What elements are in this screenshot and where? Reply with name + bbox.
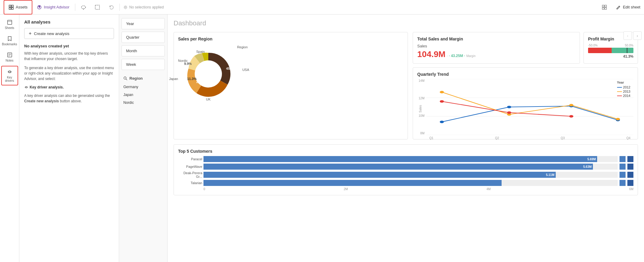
svg-line-21 [126, 79, 127, 80]
undo-button[interactable] [104, 0, 118, 14]
legend-2013-label: 2013 [623, 90, 630, 93]
donut-labels: Region USA UK Japan Nordic Spain 45.5% 2… [178, 44, 239, 104]
nav-separator [75, 4, 75, 11]
dash-row2: Top 5 Customers Paracel 5.69M [174, 144, 638, 195]
filter-week[interactable]: Week [122, 59, 165, 70]
pagewave-track: 5.63M [203, 164, 618, 170]
svg-point-33 [569, 104, 574, 106]
lasso-button[interactable] [76, 0, 90, 14]
filters-panel: Year Quarter Month Week Region Germany J… [119, 14, 168, 262]
top-nav: Assets Insight Advisor [0, 0, 644, 14]
sales-value: 104.9M [417, 50, 445, 59]
dash-row1: Sales per Region [174, 32, 638, 139]
insight-icon [37, 5, 42, 10]
svg-point-37 [569, 115, 574, 117]
bar-paracel: Paracel 5.69M [178, 156, 633, 162]
create-ref-text: A key driver analysis can also be genera… [24, 93, 114, 104]
sheets-label: Sheets [5, 26, 14, 30]
create-analysis-button[interactable]: + Create new analysis [24, 28, 114, 39]
profit-max: 50.0% [625, 44, 633, 47]
sidebar-item-key-drivers[interactable]: Key drivers [1, 66, 18, 85]
svg-point-31 [440, 91, 444, 93]
edit-icon [616, 5, 621, 10]
legend-2012-label: 2012 [623, 85, 630, 89]
deak-side [620, 172, 626, 178]
sales-label: Sales [417, 44, 427, 48]
svg-point-28 [507, 106, 511, 108]
paracel-label: Paracel [178, 157, 202, 161]
y-14m: 14M [417, 79, 424, 82]
sales-region-panel: Sales per Region [174, 32, 408, 139]
svg-rect-8 [602, 5, 604, 7]
create-ref-bold: Create new analysis [24, 99, 59, 103]
quarterly-chart-area: 14M 12M 10M 8M [417, 79, 633, 135]
japan-label: Japan [169, 77, 178, 81]
trend-svg [426, 79, 633, 135]
region-filter-search[interactable]: Region [122, 74, 165, 83]
paracel-track: 5.69M [203, 156, 618, 162]
pagewave-bar: 5.63M [203, 164, 593, 170]
usa-label: USA [242, 68, 249, 72]
profit-green-bar [612, 48, 633, 53]
pagewave-val: 5.63M [583, 165, 592, 168]
legend-2014-label: 2014 [623, 94, 630, 97]
profit-bar-container [588, 48, 633, 53]
notes-icon [7, 52, 13, 58]
prev-arrow[interactable]: ‹ [623, 31, 632, 40]
key-driver-ref-label: Key driver analysis. [30, 85, 64, 89]
deak-side2 [627, 172, 633, 178]
svg-point-27 [440, 121, 444, 123]
region-filter-label: Region [129, 76, 143, 81]
insight-advisor-button[interactable]: Insight Advisor [32, 0, 74, 14]
nordic-pct: 9.9% [184, 62, 192, 66]
svg-point-34 [616, 118, 620, 120]
legend-2014: 2014 [617, 94, 630, 97]
notes-label: Notes [5, 59, 13, 62]
x-q3: Q3 [561, 136, 564, 140]
region-japan[interactable]: Japan [122, 91, 165, 99]
filter-month[interactable]: Month [122, 45, 165, 56]
sidebar-item-sheets[interactable]: Sheets [1, 17, 18, 32]
svg-point-36 [507, 111, 511, 114]
region-germany[interactable]: Germany [122, 83, 165, 91]
svg-point-5 [81, 6, 86, 9]
edit-sheet-button[interactable]: Edit sheet [616, 5, 640, 10]
x-q4: Q4 [626, 136, 630, 140]
region-nordic[interactable]: Nordic [122, 99, 165, 107]
quarterly-trend-title: Quarterly Trend [417, 72, 633, 77]
x-axis-labels: Q1 Q2 Q3 Q4 [426, 136, 633, 140]
usa-pct: 45.5% [226, 67, 236, 70]
analyses-desc2: To generate a key driver analysis, use t… [24, 65, 114, 81]
key-driver-ref-icon [24, 85, 28, 89]
bar-pagewave: PageWave 5.63M [178, 164, 633, 170]
sales-margin-dot: · [447, 54, 447, 58]
selection-button[interactable] [90, 0, 104, 14]
customers-x-axis: 0 2M 4M 6M [178, 187, 633, 191]
no-selection-label: No selections applied [129, 5, 164, 9]
sidebar-item-notes[interactable]: Notes [1, 50, 18, 65]
svg-rect-11 [605, 8, 607, 9]
profit-min: -50.0% [588, 44, 598, 47]
svg-rect-2 [9, 8, 11, 9]
analyses-desc1: With key driver analysis, uncover the to… [24, 51, 114, 62]
assets-button[interactable]: Assets [4, 0, 32, 14]
dashboard-title: Dashboard [174, 19, 638, 27]
next-arrow[interactable]: › [633, 31, 642, 40]
filter-year[interactable]: Year [122, 18, 165, 29]
plus-icon: + [29, 31, 31, 36]
sidebar-icons: Sheets Bookmarks Notes [0, 14, 19, 262]
x-0: 0 [203, 187, 205, 191]
grid-view-button[interactable] [597, 0, 611, 14]
key-drivers-label: Key drivers [4, 76, 16, 82]
sidebar-item-bookmarks[interactable]: Bookmarks [1, 33, 18, 48]
region-search-icon [123, 76, 128, 81]
lasso-icon [81, 5, 86, 10]
region-legend-label: Region [237, 45, 248, 49]
profit-red-bar [588, 48, 612, 53]
analyses-panel: All analyses + Create new analysis No an… [19, 14, 119, 262]
filter-quarter[interactable]: Quarter [122, 32, 165, 43]
paracel-bar: 5.69M [203, 156, 597, 162]
svg-rect-3 [11, 8, 13, 9]
top-right-actions: Edit sheet [597, 0, 640, 14]
bookmarks-label: Bookmarks [2, 43, 17, 46]
